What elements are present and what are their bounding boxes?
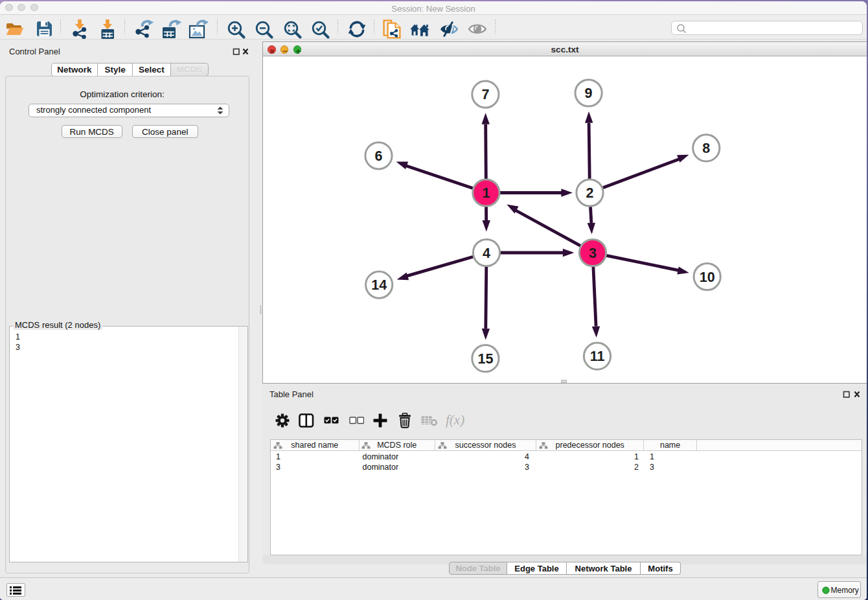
svg-text:14: 14 [371, 277, 387, 293]
svg-text:15: 15 [477, 351, 493, 367]
svg-text:3: 3 [589, 246, 597, 261]
svg-text:1: 1 [482, 185, 490, 201]
svg-text:8: 8 [702, 141, 710, 156]
svg-text:9: 9 [585, 86, 593, 101]
svg-text:4: 4 [483, 246, 490, 261]
svg-text:11: 11 [590, 349, 605, 364]
svg-text:6: 6 [375, 148, 383, 164]
svg-text:2: 2 [586, 185, 594, 201]
svg-text:7: 7 [481, 87, 489, 102]
svg-text:10: 10 [700, 270, 715, 285]
